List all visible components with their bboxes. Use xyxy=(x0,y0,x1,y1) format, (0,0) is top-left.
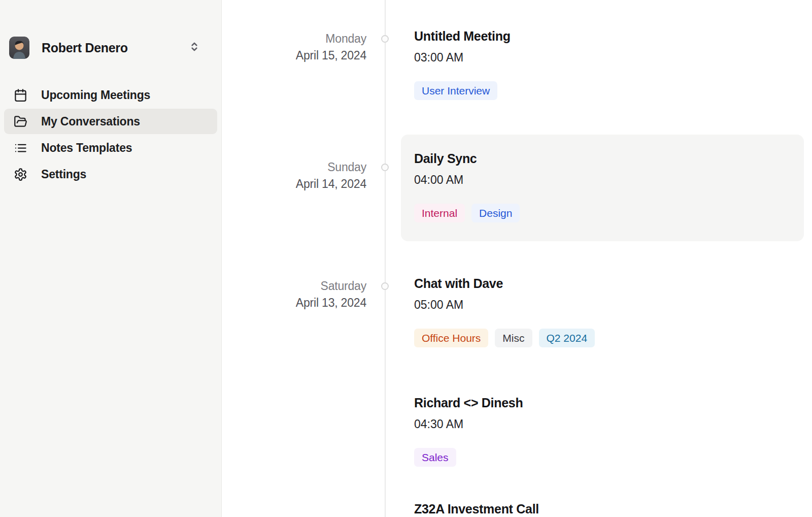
meeting-card[interactable]: Z32A Investment Call xyxy=(401,501,804,516)
meeting-tags: User Interview xyxy=(414,81,791,100)
meeting-card[interactable]: Daily Sync 04:00 AM InternalDesign xyxy=(401,135,804,241)
conversations-timeline: Monday April 15, 2024 Untitled Meeting 0… xyxy=(222,0,812,517)
timeline-dot-icon xyxy=(381,164,389,171)
meeting-title: Chat with Dave xyxy=(414,276,791,291)
date-full: April 15, 2024 xyxy=(222,47,366,64)
timeline-dot-icon xyxy=(381,35,389,43)
chevrons-up-down-icon[interactable] xyxy=(188,40,201,55)
sidebar-item-settings[interactable]: Settings xyxy=(4,161,217,187)
date-label: Sunday April 14, 2024 xyxy=(222,135,366,241)
meeting-title: Z32A Investment Call xyxy=(414,501,791,516)
list-icon xyxy=(14,141,27,155)
meeting-tag[interactable]: Design xyxy=(471,204,520,222)
timeline-date-group: Monday April 15, 2024 Untitled Meeting 0… xyxy=(222,28,812,100)
meeting-card[interactable]: Chat with Dave 05:00 AM Office HoursMisc… xyxy=(401,276,804,347)
date-day-name: Monday xyxy=(222,30,366,47)
sidebar-menu: Upcoming Meetings My Conversations Notes… xyxy=(0,82,221,187)
meeting-card[interactable]: Untitled Meeting 03:00 AM User Interview xyxy=(401,28,804,100)
sidebar-item-notes-templates[interactable]: Notes Templates xyxy=(4,135,217,160)
meeting-tags: Office HoursMiscQ2 2024 xyxy=(414,329,791,347)
meeting-tags: InternalDesign xyxy=(414,204,791,222)
timeline-groups: Monday April 15, 2024 Untitled Meeting 0… xyxy=(222,0,812,516)
entries-column: Z32A Investment Call xyxy=(401,501,804,516)
meeting-tag[interactable]: User Interview xyxy=(414,81,497,100)
timeline-dot-icon xyxy=(381,282,389,290)
avatar xyxy=(9,37,29,59)
meeting-tag[interactable]: Sales xyxy=(414,448,456,467)
meeting-tag[interactable]: Internal xyxy=(414,204,465,222)
account-switcher[interactable]: Robert Denero xyxy=(9,36,212,60)
sidebar-item-label: My Conversations xyxy=(41,115,140,128)
sidebar-item-upcoming-meetings[interactable]: Upcoming Meetings xyxy=(4,82,217,108)
timeline-date-group: Z32A Investment Call xyxy=(222,501,812,516)
meeting-title: Daily Sync xyxy=(414,151,791,166)
date-label xyxy=(222,501,366,516)
meeting-title: Richard <> Dinesh xyxy=(414,395,791,410)
meeting-time: 03:00 AM xyxy=(414,50,791,64)
meeting-tag[interactable]: Misc xyxy=(495,329,532,347)
sidebar-item-label: Notes Templates xyxy=(41,141,132,155)
sidebar: Robert Denero Upcoming Meetings My Conve… xyxy=(0,0,222,517)
timeline-date-group: Sunday April 14, 2024 Daily Sync 04:00 A… xyxy=(222,135,812,241)
meeting-time: 04:30 AM xyxy=(414,417,791,431)
date-day-name: Sunday xyxy=(222,159,366,176)
meeting-title: Untitled Meeting xyxy=(414,28,791,44)
date-label: Monday April 15, 2024 xyxy=(222,28,366,100)
meeting-tag[interactable]: Office Hours xyxy=(414,329,488,347)
meeting-tags: Sales xyxy=(414,448,791,467)
entries-column: Untitled Meeting 03:00 AM User Interview xyxy=(401,28,804,100)
profile-name: Robert Denero xyxy=(42,41,188,55)
sidebar-item-label: Upcoming Meetings xyxy=(41,88,150,102)
gear-icon xyxy=(14,168,27,181)
meeting-time: 05:00 AM xyxy=(414,298,791,312)
date-full: April 14, 2024 xyxy=(222,176,366,192)
meeting-time: 04:00 AM xyxy=(414,173,791,187)
date-full: April 13, 2024 xyxy=(222,295,366,311)
calendar-icon xyxy=(14,88,27,102)
meeting-tag[interactable]: Q2 2024 xyxy=(539,329,595,347)
sidebar-item-my-conversations[interactable]: My Conversations xyxy=(4,109,217,134)
timeline-date-group: Saturday April 13, 2024 Chat with Dave 0… xyxy=(222,276,812,467)
entries-column: Daily Sync 04:00 AM InternalDesign xyxy=(401,135,804,241)
meeting-card[interactable]: Richard <> Dinesh 04:30 AM Sales xyxy=(401,395,804,467)
date-day-name: Saturday xyxy=(222,278,366,295)
entries-column: Chat with Dave 05:00 AM Office HoursMisc… xyxy=(401,276,804,467)
folder-icon xyxy=(14,115,27,128)
date-label: Saturday April 13, 2024 xyxy=(222,276,366,467)
sidebar-item-label: Settings xyxy=(41,168,86,181)
